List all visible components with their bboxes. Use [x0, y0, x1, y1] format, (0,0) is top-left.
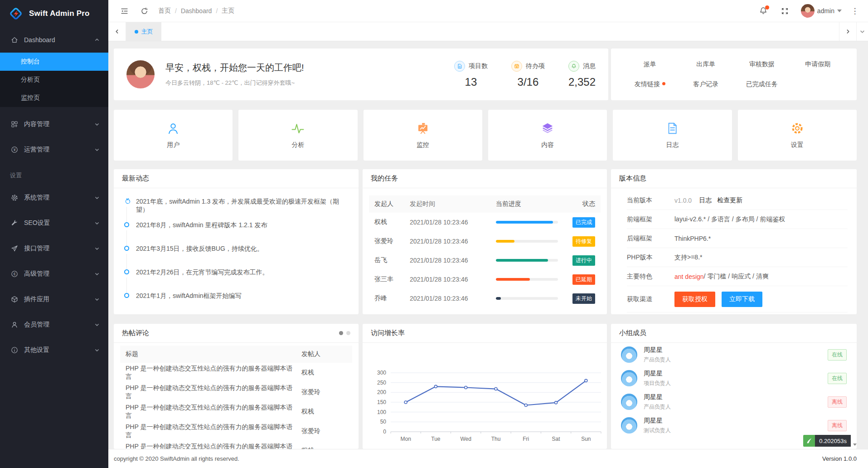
version-row-php: PHP版本 支持>=8.* — [627, 248, 848, 267]
avatar — [621, 370, 637, 386]
ant-design-link[interactable]: ant design — [674, 273, 704, 280]
stat-label: 待办项 — [526, 62, 545, 70]
greeting-text: 早安，权栈，开始您一天的工作吧! — [165, 62, 304, 74]
quick-entry-users[interactable]: 用户 — [114, 110, 233, 161]
sidebar-item-other-settings[interactable]: 其他设置 — [0, 337, 108, 363]
progress-bar — [496, 278, 530, 281]
shortcut-links[interactable]: 友情链接 — [622, 80, 678, 88]
post-title-link[interactable]: PHP 是一种创建动态交互性站点的强有力的服务器端脚本语言 — [126, 384, 301, 400]
check-update-link[interactable]: 检查更新 — [717, 196, 742, 205]
quick-entry-content[interactable]: 内容 — [488, 110, 607, 161]
news-item: 2021年2月26日，在元宵节编写完成发布工作。 — [114, 263, 359, 287]
tab-home[interactable]: 主页 — [126, 22, 161, 41]
shortcut-audit[interactable]: 审核数据 — [734, 60, 790, 68]
card-title: 最新动态 — [114, 169, 359, 188]
table-row: 权栈 2021/01/28 10:23:46 已完成 — [363, 213, 607, 232]
refresh-button[interactable] — [137, 4, 151, 18]
shortcut-leave[interactable]: 申请假期 — [790, 60, 846, 68]
stats-row: 项目数 13 待办项 3/16 消息 — [454, 61, 596, 88]
fullscreen-button[interactable] — [778, 4, 792, 18]
member-role: 项目负责人 — [644, 380, 671, 387]
row-label: PHP版本 — [627, 253, 674, 262]
quick-entry-label: 分析 — [291, 141, 304, 149]
stat-value: 13 — [454, 76, 488, 88]
notifications-button[interactable] — [757, 5, 769, 17]
changelog-link[interactable]: 日志 — [699, 196, 712, 205]
post-title-link[interactable]: PHP 是一种创建动态交互性站点的强有力的服务器端脚本语言 — [126, 443, 301, 449]
breadcrumb-dashboard[interactable]: Dashboard — [181, 7, 212, 15]
svg-text:¥: ¥ — [13, 147, 16, 152]
sidebar-item-plugins[interactable]: 插件应用 — [0, 287, 108, 312]
chevron-down-icon — [95, 272, 99, 276]
card-title: 我的任务 — [363, 169, 607, 188]
shortcut-dispatch[interactable]: 派单 — [622, 60, 678, 68]
row-label: 当前版本 — [627, 196, 674, 205]
member-role: 产品负责人 — [644, 356, 671, 364]
news-item: 2021年8月，swiftAdmin 里程碑版本 1.2.1 发布 — [114, 216, 359, 239]
sidebar-item-advanced-mgmt[interactable]: € 高级管理 — [0, 261, 108, 287]
task-owner: 岳飞 — [374, 256, 410, 264]
version-row-current: 当前版本 v1.0.0 日志 检查更新 — [627, 191, 848, 210]
tools-icon — [11, 219, 18, 227]
sidebar-subitem-analysis[interactable]: 分析页 — [0, 71, 108, 89]
sidebar-item-content-mgmt[interactable]: 内容管理 — [0, 112, 108, 137]
more-menu-button[interactable]: ⋮ — [851, 6, 859, 16]
tabs-scroll-left-button[interactable] — [108, 22, 126, 41]
performance-badge[interactable]: 0.202053s — [803, 435, 857, 447]
tabs-dropdown-button[interactable] — [856, 22, 868, 41]
sidebar-subitem-console[interactable]: 控制台 — [0, 53, 108, 71]
php-value: 支持>=8.* — [674, 253, 702, 262]
version-info-card: 版本信息 当前版本 v1.0.0 日志 检查更新 前端框架 layui-v2.6… — [611, 169, 857, 314]
table-row: PHP 是一种创建动态交互性站点的强有力的服务器端脚本语言 张爱玲 — [114, 421, 359, 441]
member-name: 周星星 — [644, 393, 671, 401]
chevron-right-icon — [845, 29, 850, 34]
sidebar-subitem-monitor[interactable]: 监控页 — [0, 89, 108, 107]
quick-entry-monitor[interactable]: 监控 — [364, 110, 482, 161]
timeline-dot-icon — [124, 269, 129, 274]
shortcut-outbound[interactable]: 出库单 — [678, 60, 734, 68]
sidebar-item-dashboard[interactable]: Dashboard — [0, 27, 108, 53]
quick-entry-analysis[interactable]: 分析 — [238, 110, 357, 161]
breadcrumb-home[interactable]: 首页 — [158, 7, 171, 15]
carousel-dot-active[interactable] — [339, 331, 343, 335]
status-badge: 离线 — [828, 420, 847, 431]
sidebar-item-operation-mgmt[interactable]: ¥ 运营管理 — [0, 137, 108, 162]
svg-text:Mon: Mon — [400, 436, 411, 442]
sidebar-item-seo-settings[interactable]: SEO设置 — [0, 210, 108, 236]
carousel-dot[interactable] — [346, 331, 350, 335]
sidebar-item-system-mgmt[interactable]: 系统管理 — [0, 185, 108, 210]
breadcrumb-current[interactable]: 主页 — [222, 7, 234, 15]
download-button[interactable]: 立即下载 — [722, 292, 762, 307]
app-logo[interactable]: Swift Admin Pro — [0, 0, 108, 27]
sidebar-item-api-mgmt[interactable]: 接口管理 — [0, 236, 108, 261]
progress-track — [496, 297, 558, 300]
svg-text:100: 100 — [377, 409, 386, 415]
notification-dot — [765, 5, 769, 10]
post-title-link[interactable]: PHP 是一种创建动态交互性站点的强有力的服务器端脚本语言 — [126, 404, 301, 420]
status-badge: 在线 — [828, 373, 847, 384]
collapse-sidebar-button[interactable] — [117, 4, 131, 18]
chevron-down-icon — [95, 246, 99, 251]
progress-track — [496, 259, 558, 262]
post-title-link[interactable]: PHP 是一种创建动态交互性站点的强有力的服务器端脚本语言 — [126, 365, 301, 381]
sidebar-item-member-mgmt[interactable]: 会员管理 — [0, 312, 108, 337]
tabs-scroll-right-button[interactable] — [839, 22, 856, 41]
post-title-link[interactable]: PHP 是一种创建动态交互性站点的强有力的服务器端脚本语言 — [126, 423, 301, 439]
status-badge: 进行中 — [572, 255, 595, 266]
current-version-value: v1.0.0 — [674, 197, 692, 204]
shortcut-done-tasks[interactable]: 已完成任务 — [734, 80, 790, 88]
task-time: 2021/01/28 10:23:46 — [410, 257, 496, 264]
quick-entry-settings[interactable]: 设置 — [738, 110, 857, 161]
quick-entry-logs[interactable]: 日志 — [613, 110, 732, 161]
table-row: 岳飞 2021/01/28 10:23:46 进行中 — [363, 251, 607, 270]
svg-text:250: 250 — [377, 380, 386, 386]
shortcut-customers[interactable]: 客户记录 — [678, 80, 734, 88]
progress-bar — [496, 297, 501, 300]
get-license-button[interactable]: 获取授权 — [674, 292, 715, 307]
column-header: 发帖人 — [301, 350, 347, 358]
user-menu[interactable]: admin — [801, 4, 842, 18]
sidebar-item-label: 其他设置 — [24, 346, 49, 354]
progress-track — [496, 240, 558, 243]
svg-text:0: 0 — [383, 429, 386, 435]
sidebar-item-label: 系统管理 — [24, 194, 49, 202]
